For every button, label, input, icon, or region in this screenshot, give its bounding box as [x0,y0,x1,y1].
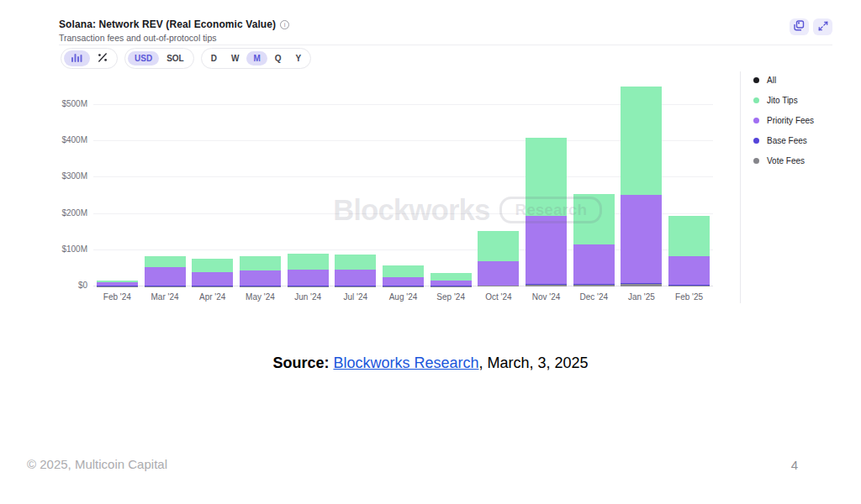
legend-label: Base Fees [767,136,807,145]
legend-dot [753,77,759,83]
copy-chart-button[interactable] [790,18,809,35]
chart-title: Solana: Network REV (Real Economic Value… [59,18,289,30]
bar-slot [522,74,570,286]
x-tick-label: Jan '25 [618,292,666,302]
stacked-bar-feb24[interactable] [97,281,138,286]
bar-segment-vote-fees [621,284,662,286]
chart-region: $0$100M$200M$300M$400M$500M Blockworks R… [59,71,832,311]
legend-item-all[interactable]: All [753,76,814,85]
stacked-bar-aug24[interactable] [383,265,424,286]
bar-segment-vote-fees [668,286,710,286]
interval-d-button[interactable]: D [204,51,224,66]
bar-segment-jito-tips [668,216,710,256]
currency-sol-button[interactable]: SOL [160,51,191,66]
bar-slot [284,74,332,286]
bar-slot [427,74,475,286]
bar-segment-jito-tips [192,259,233,272]
bar-segment-priority-fees [668,256,710,285]
bar-slot [618,74,666,286]
info-icon[interactable]: i [280,20,289,29]
stacked-bar-feb25[interactable] [668,216,710,286]
chart-header: Solana: Network REV (Real Economic Value… [59,18,832,43]
bar-segment-jito-tips [621,87,662,196]
bar-segment-priority-fees [478,261,519,285]
page-number: 4 [782,458,807,472]
legend-label: Priority Fees [767,116,814,125]
bar-slot [93,74,141,286]
bar-segment-jito-tips [573,194,615,244]
plot-area: Blockworks Research [93,74,713,286]
legend-item-priority-fees[interactable]: Priority Fees [753,116,814,125]
interval-m-button[interactable]: M [246,51,267,66]
bar-segment-jito-tips [240,256,281,271]
toolbar: USDSOL DWMQY [61,48,311,69]
bar-slot [379,74,427,286]
source-link[interactable]: Blockworks Research [333,354,478,371]
x-tick-label: May '24 [236,292,284,302]
x-tick-label: Feb '25 [665,292,713,302]
chart-type-bar-button[interactable] [64,50,90,66]
interval-toggle: DWMQY [201,48,311,69]
bar-segment-priority-fees [621,195,662,283]
y-tick-label: $400M [61,135,87,144]
bar-slot [570,74,618,286]
chart-type-percent-button[interactable] [91,50,114,66]
stacked-bar-mar24[interactable] [145,256,186,286]
x-tick-label: Sep '24 [427,292,475,302]
chart-title-text: Solana: Network REV (Real Economic Value… [59,18,276,30]
bar-slot [665,74,713,286]
x-tick-label: Jun '24 [284,292,332,302]
interval-q-button[interactable]: Q [268,51,288,66]
legend-item-jito-tips[interactable]: Jito Tips [753,96,814,105]
bar-segment-vote-fees [526,285,567,286]
y-tick-label: $500M [61,99,87,108]
legend-dot [753,97,759,103]
stacked-bar-dec24[interactable] [573,194,615,286]
x-tick-label: Oct '24 [475,292,523,302]
legend-label: Vote Fees [767,156,805,165]
chart-subtitle: Transaction fees and out-of-protocol tip… [59,33,289,43]
interval-w-button[interactable]: W [224,51,246,66]
header-divider [59,45,832,45]
bar-segment-priority-fees [383,277,424,286]
fullscreen-icon [818,21,828,34]
x-tick-label: Aug '24 [379,292,427,302]
stacked-bar-jul24[interactable] [335,255,376,286]
x-tick-label: Nov '24 [522,292,570,302]
bar-segment-priority-fees [335,270,376,286]
bar-slot [188,74,236,286]
legend-dot [753,118,759,123]
legend-label: Jito Tips [767,96,798,105]
percent-change-icon [98,53,108,64]
stacked-bar-jun24[interactable] [288,254,329,286]
fullscreen-button[interactable] [813,18,832,35]
stacked-bar-apr24[interactable] [192,259,233,286]
page: Solana: Network REV (Real Economic Value… [0,0,861,504]
bar-slot [475,74,523,286]
stacked-bar-jan25[interactable] [621,87,662,286]
stacked-bar-may24[interactable] [240,256,281,286]
bar-segment-priority-fees [240,270,281,286]
currency-toggle: USDSOL [124,48,194,69]
legend-divider [740,71,741,303]
x-tick-label: Dec '24 [570,292,618,302]
bar-segment-priority-fees [145,267,186,286]
stacked-bar-nov24[interactable] [526,138,567,286]
source-line: Source: Blockworks Research, March, 3, 2… [0,354,861,372]
stacked-bar-sep24[interactable] [430,273,472,286]
legend-item-vote-fees[interactable]: Vote Fees [753,156,814,165]
footer-copyright: © 2025, Multicoin Capital [27,457,167,471]
legend-item-base-fees[interactable]: Base Fees [753,136,814,145]
bar-slot [141,74,189,286]
bar-slot [236,74,284,286]
header-actions [790,18,832,35]
stacked-bar-oct24[interactable] [478,231,519,286]
interval-y-button[interactable]: Y [289,51,309,66]
x-tick-label: Feb '24 [93,292,141,302]
bar-segment-jito-tips [288,254,329,269]
bar-segment-priority-fees [526,216,567,284]
bar-segment-vote-fees [478,286,519,286]
x-tick-label: Jul '24 [331,292,379,302]
y-tick-label: $100M [61,244,87,254]
currency-usd-button[interactable]: USD [128,51,159,66]
